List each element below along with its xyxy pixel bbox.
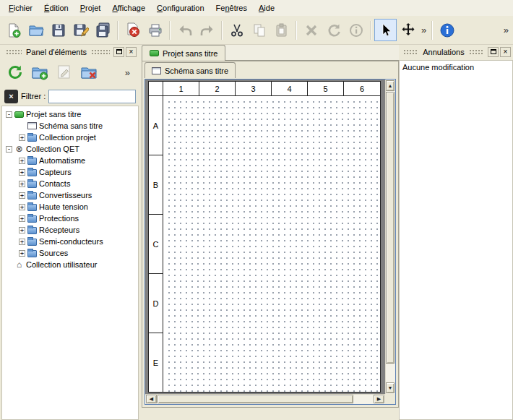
dock-grip-handle[interactable]: [403, 49, 418, 54]
elements-panel-title: Panel d'éléments: [24, 48, 89, 56]
save-button[interactable]: [47, 19, 69, 41]
vertical-scrollbar[interactable]: ▲ ▼: [385, 80, 395, 394]
tab-schema-sans-titre[interactable]: Schéma sans titre: [145, 62, 236, 78]
dock-float-button[interactable]: [113, 47, 124, 57]
header-corner-cell: [149, 82, 163, 96]
save-as-button[interactable]: [69, 19, 92, 41]
menu-fenetres[interactable]: Fenêtres: [210, 1, 253, 14]
schema-grid-canvas[interactable]: [164, 97, 380, 392]
filter-input[interactable]: [48, 90, 136, 103]
edit-element-button[interactable]: [53, 61, 75, 83]
object-info-button[interactable]: [345, 19, 367, 41]
clear-icon: ×: [9, 92, 13, 100]
expander-icon[interactable]: -: [6, 111, 12, 118]
expander-icon[interactable]: -: [6, 146, 12, 153]
horizontal-scrollbar[interactable]: ◀ ▶: [145, 394, 385, 404]
horizontal-scrollbar-thumb[interactable]: [158, 395, 353, 403]
expander-icon[interactable]: +: [19, 169, 25, 176]
elements-tree: - Projet sans titre Schéma sans titre + …: [1, 106, 139, 420]
mdi-workspace: Projet sans titre Schéma sans titre 1 2 …: [142, 45, 399, 420]
reload-collections-button[interactable]: [4, 61, 26, 83]
column-header: 4: [272, 82, 308, 95]
tree-item-collection-qet[interactable]: - ⊗ Collection QET: [2, 143, 138, 155]
menu-configuration[interactable]: Configuration: [151, 1, 210, 14]
move-tool-button[interactable]: [397, 19, 419, 41]
scroll-down-button[interactable]: ▼: [386, 382, 395, 393]
tree-item-sources[interactable]: + Sources: [2, 247, 138, 259]
tree-item-capteurs[interactable]: + Capteurs: [2, 166, 138, 178]
schema-paper[interactable]: 1 2 3 4 5 6 A B C D E: [148, 81, 381, 393]
copy-button[interactable]: [248, 19, 270, 41]
tree-item-projet-sans-titre[interactable]: - Projet sans titre: [2, 108, 138, 120]
dock-grip-handle[interactable]: [6, 49, 22, 54]
about-info-button[interactable]: [436, 19, 458, 41]
project-icon: [150, 50, 159, 56]
scroll-left-button[interactable]: ◀: [146, 395, 157, 403]
dock-close-button[interactable]: ×: [126, 47, 137, 57]
dock-grip-handle[interactable]: [469, 49, 484, 54]
expander-icon[interactable]: +: [19, 192, 25, 199]
tree-item-protections[interactable]: + Protections: [2, 213, 138, 224]
expander-icon[interactable]: +: [19, 227, 25, 233]
tree-item-collection-projet[interactable]: + Collection projet: [2, 132, 138, 143]
menu-edition[interactable]: Édition: [38, 1, 74, 14]
close-file-button[interactable]: [121, 19, 144, 41]
new-element-button[interactable]: [29, 61, 51, 83]
close-icon: ×: [504, 48, 508, 56]
scissors-icon: [229, 22, 245, 38]
dock-close-button[interactable]: ×: [500, 47, 511, 57]
menu-aide[interactable]: Aide: [253, 1, 280, 14]
menu-affichage[interactable]: Affichage: [106, 1, 151, 14]
row-header: E: [149, 333, 163, 393]
undo-history-item[interactable]: Aucune modification: [400, 61, 512, 74]
paste-button[interactable]: [270, 19, 293, 41]
cut-button[interactable]: [225, 19, 248, 41]
open-file-button[interactable]: [25, 19, 47, 41]
expander-icon[interactable]: +: [19, 181, 25, 187]
delete-element-button[interactable]: [78, 61, 100, 83]
scroll-right-button[interactable]: ▶: [374, 395, 384, 403]
new-element-icon: [31, 64, 48, 81]
panel-overflow-button[interactable]: »: [123, 67, 132, 78]
blue-info-icon: [439, 22, 455, 38]
tree-item-recepteurs[interactable]: + Récepteurs: [2, 224, 138, 236]
print-button[interactable]: [144, 19, 166, 41]
folder-icon: [27, 227, 37, 234]
tree-item-haute-tension[interactable]: + Haute tension: [2, 201, 138, 213]
toolbar-overflow-button[interactable]: »: [419, 25, 428, 35]
row-header: B: [149, 155, 163, 215]
expander-icon[interactable]: +: [19, 250, 25, 257]
save-all-button[interactable]: [92, 19, 114, 41]
folder-icon: [27, 158, 37, 165]
elements-panel-toolbar: »: [1, 58, 139, 87]
tree-item-collection-utilisateur[interactable]: ⌂ Collection utilisateur: [2, 259, 138, 270]
expander-icon[interactable]: +: [19, 239, 25, 245]
menu-fichier[interactable]: Fichier: [3, 1, 38, 14]
tree-item-contacts[interactable]: + Contacts: [2, 178, 138, 189]
delete-element-icon: [80, 64, 98, 81]
row-header: A: [149, 96, 163, 155]
undo-button[interactable]: [173, 19, 196, 41]
tab-projet-sans-titre[interactable]: Projet sans titre: [142, 45, 225, 61]
new-file-button[interactable]: [2, 19, 25, 41]
tree-item-automatisme[interactable]: + Automatisme: [2, 155, 138, 166]
redo-button[interactable]: [196, 19, 218, 41]
expander-icon[interactable]: +: [19, 215, 25, 222]
expander-icon[interactable]: +: [19, 158, 25, 164]
toolbar-overflow-button-2[interactable]: »: [501, 25, 511, 35]
tree-item-schema-sans-titre[interactable]: Schéma sans titre: [2, 120, 138, 132]
scroll-up-button[interactable]: ▲: [386, 80, 395, 91]
delete-button[interactable]: [300, 19, 322, 41]
vertical-scrollbar-thumb[interactable]: [386, 92, 395, 364]
expander-icon[interactable]: +: [19, 204, 25, 210]
dock-float-button[interactable]: [488, 47, 499, 57]
select-tool-button[interactable]: [374, 19, 397, 41]
menu-projet[interactable]: Projet: [74, 1, 107, 14]
toolbar-separator: [221, 21, 223, 40]
tree-item-semi-conducteurs[interactable]: + Semi-conducteurs: [2, 236, 138, 247]
dock-grip-handle[interactable]: [91, 49, 110, 54]
expander-icon[interactable]: +: [19, 134, 25, 141]
clear-filter-button[interactable]: ×: [4, 90, 18, 103]
rotate-button[interactable]: [322, 19, 345, 41]
tree-item-convertisseurs[interactable]: + Convertisseurs: [2, 189, 138, 201]
